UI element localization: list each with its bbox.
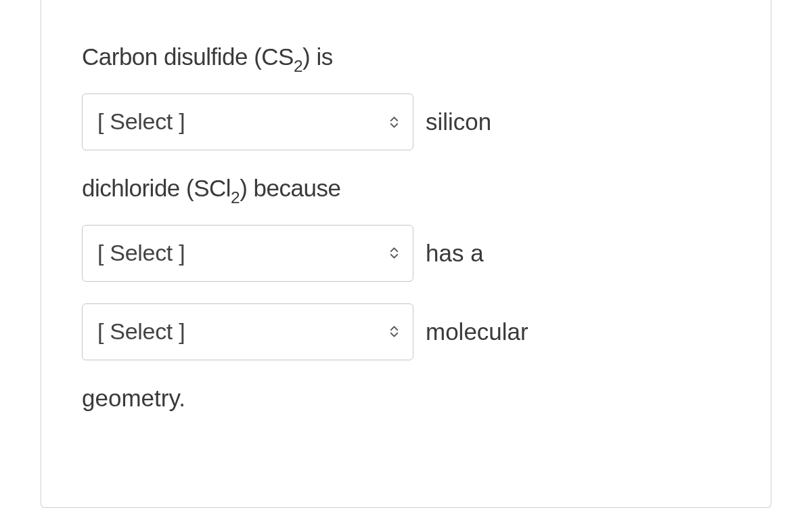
text-segment: ) because (240, 175, 340, 201)
select-row-2: [ Select ] has a (82, 225, 730, 282)
select-placeholder: [ Select ] (97, 316, 185, 347)
select-row-1: [ Select ] silicon (82, 93, 730, 150)
chevron-updown-icon (388, 325, 401, 338)
select-dropdown-2[interactable]: [ Select ] (82, 225, 413, 282)
text-after-select-1: silicon (426, 106, 491, 137)
question-line-2: dichloride (SCl2) because (82, 172, 730, 207)
text-segment: ) is (302, 43, 333, 70)
question-content: Carbon disulfide (CS2) is [ Select ] sil… (82, 41, 730, 414)
select-placeholder: [ Select ] (97, 106, 185, 137)
subscript: 2 (231, 188, 240, 207)
select-dropdown-1[interactable]: [ Select ] (82, 93, 413, 150)
question-container: Carbon disulfide (CS2) is [ Select ] sil… (41, 0, 771, 508)
select-row-3: [ Select ] molecular (82, 303, 730, 360)
chevron-updown-icon (388, 116, 401, 129)
question-final-line: geometry. (82, 382, 730, 414)
question-line-1: Carbon disulfide (CS2) is (82, 41, 730, 76)
chevron-updown-icon (388, 247, 401, 259)
text-segment: dichloride (SCl (82, 175, 231, 201)
text-segment: Carbon disulfide (CS (82, 43, 294, 70)
select-placeholder: [ Select ] (97, 238, 185, 269)
text-after-select-2: has a (426, 237, 484, 269)
select-dropdown-3[interactable]: [ Select ] (82, 303, 413, 360)
text-after-select-3: molecular (426, 316, 528, 347)
subscript: 2 (294, 57, 302, 75)
